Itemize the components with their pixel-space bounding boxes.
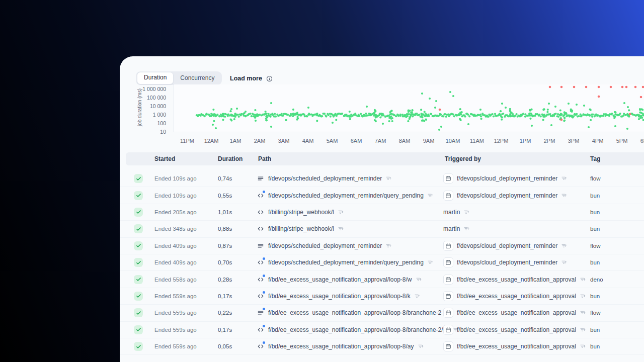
table-row[interactable]: Ended 205s ago1,01sf/billing/stripe_webh… [120,204,644,221]
table-row[interactable]: Ended 559s ago0,05sf/bd/ee_excess_usage_… [120,338,644,355]
job-point[interactable] [360,113,362,115]
job-point[interactable] [571,110,573,112]
job-point[interactable] [628,116,630,118]
job-point[interactable] [420,109,422,111]
job-point[interactable] [296,119,298,121]
job-point[interactable] [410,112,412,114]
failed-job-point[interactable] [598,96,600,98]
job-point[interactable] [548,103,550,105]
job-point[interactable] [588,126,590,128]
job-point[interactable] [236,108,238,110]
job-point[interactable] [512,113,514,115]
job-point[interactable] [346,115,348,117]
failed-job-point[interactable] [610,86,612,88]
job-point[interactable] [614,125,616,127]
job-point[interactable] [591,116,593,118]
filter-icon[interactable] [427,259,433,265]
failed-job-point[interactable] [439,109,441,111]
job-point[interactable] [335,119,337,121]
job-point[interactable] [274,113,276,115]
job-point[interactable] [421,93,423,95]
job-point[interactable] [204,115,206,117]
job-point[interactable] [296,112,298,114]
job-point[interactable] [623,102,625,104]
job-point[interactable] [542,119,544,121]
table-row[interactable]: Ended 559s ago0,22sf/bd/ee_excess_usage_… [120,305,644,321]
job-point[interactable] [440,114,442,116]
job-point[interactable] [412,109,414,111]
job-point[interactable] [358,115,360,117]
job-point[interactable] [640,115,642,117]
job-point[interactable] [222,115,224,117]
job-point[interactable] [542,109,544,111]
failed-job-point[interactable] [640,96,642,99]
job-point[interactable] [641,117,643,119]
job-point[interactable] [440,126,442,128]
job-point[interactable] [366,106,368,108]
job-point[interactable] [510,111,512,113]
job-point[interactable] [354,113,356,115]
job-point[interactable] [365,113,367,115]
job-point[interactable] [501,116,503,118]
job-point[interactable] [388,120,390,122]
info-icon[interactable] [266,75,273,82]
table-row[interactable]: Ended 109s ago0,74sf/devops/scheduled_de… [120,170,644,187]
job-point[interactable] [622,115,624,117]
job-point[interactable] [529,110,531,112]
job-point[interactable] [409,118,411,120]
job-point[interactable] [502,113,504,115]
job-point[interactable] [531,125,533,127]
job-point[interactable] [434,107,436,109]
job-point[interactable] [224,116,226,118]
job-point[interactable] [614,111,616,113]
filter-icon[interactable] [338,226,344,232]
job-point[interactable] [229,110,231,112]
job-point[interactable] [444,113,446,115]
filter-icon[interactable] [561,193,567,199]
job-point[interactable] [516,113,518,115]
job-point[interactable] [467,123,469,125]
filter-icon[interactable] [580,310,586,316]
job-point[interactable] [424,111,426,113]
job-point[interactable] [425,119,427,121]
job-point[interactable] [494,113,496,115]
job-point[interactable] [254,114,256,116]
job-point[interactable] [509,108,511,110]
job-point[interactable] [212,124,214,126]
job-point[interactable] [505,107,507,109]
job-point[interactable] [237,114,239,116]
job-point[interactable] [240,113,243,115]
filter-icon[interactable] [580,327,586,333]
job-point[interactable] [619,113,621,115]
table-row[interactable]: Ended 348s ago0,88sf/billing/stripe_webh… [120,221,644,237]
job-point[interactable] [550,124,552,126]
job-point[interactable] [549,113,551,115]
filter-icon[interactable] [580,277,586,283]
job-point[interactable] [418,114,420,116]
job-point[interactable] [238,116,240,118]
failed-job-point[interactable] [625,86,628,88]
failed-job-point[interactable] [598,86,600,88]
job-point[interactable] [430,113,432,115]
job-point[interactable] [445,116,447,118]
job-point[interactable] [438,129,440,131]
job-point[interactable] [429,98,431,100]
job-point[interactable] [391,117,393,119]
job-point[interactable] [270,102,272,104]
job-point[interactable] [423,120,425,122]
job-point[interactable] [230,108,232,110]
failed-job-point[interactable] [642,86,644,88]
job-point[interactable] [212,109,214,111]
job-point[interactable] [265,119,267,121]
job-point[interactable] [375,120,377,122]
job-point[interactable] [493,115,495,117]
filter-icon[interactable] [561,175,567,182]
job-point[interactable] [642,119,644,121]
job-point[interactable] [480,118,482,120]
job-point[interactable] [255,120,257,122]
filter-icon[interactable] [463,226,469,232]
job-point[interactable] [335,113,337,115]
filter-icon[interactable] [561,259,567,265]
failed-job-point[interactable] [560,119,563,121]
job-point[interactable] [224,113,226,115]
